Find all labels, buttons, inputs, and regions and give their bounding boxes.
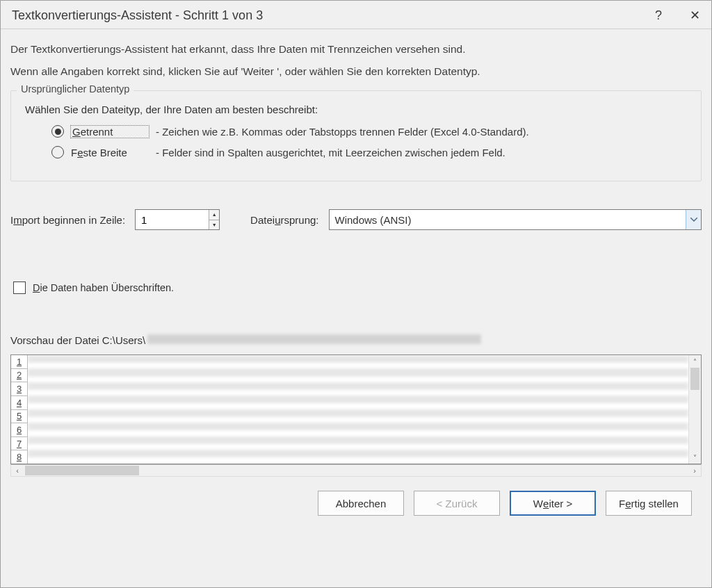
titlebar-controls: ? ✕ <box>655 8 700 23</box>
preview-row-number: 6 <box>11 423 27 437</box>
preview-row-number: 2 <box>11 369 27 383</box>
text-import-wizard-dialog: Textkonvertierungs-Assistent - Schritt 1… <box>0 0 712 588</box>
scroll-thumb[interactable] <box>25 466 139 475</box>
preview-content-redacted <box>28 355 688 464</box>
original-data-type-group: Ursprünglicher Datentyp Wählen Sie den D… <box>10 90 702 181</box>
spinner-down-icon[interactable]: ▼ <box>209 220 219 230</box>
scroll-down-icon[interactable]: ˅ <box>689 451 701 464</box>
preview-area: 1 2 3 4 5 6 7 8 ˄ ˅ <box>10 354 702 477</box>
file-origin-combo[interactable]: Windows (ANSI) <box>329 209 702 230</box>
radio-delimited-row[interactable]: Getrennt - Zeichen wie z.B. Kommas oder … <box>51 125 687 138</box>
dialog-body: Der Textkonvertierungs-Assistent hat erk… <box>1 29 711 587</box>
headers-checkbox-row[interactable]: Die Daten haben Überschriften. <box>10 281 702 294</box>
group-desc: Wählen Sie den Dateityp, der Ihre Daten … <box>25 104 687 115</box>
scroll-up-icon[interactable]: ˄ <box>689 355 701 368</box>
radio-delimited-desc: - Zeichen wie z.B. Kommas oder Tabstopps… <box>156 126 529 138</box>
preview-row-number: 8 <box>11 450 27 464</box>
preview-row-number: 1 <box>11 355 27 369</box>
close-icon[interactable]: ✕ <box>690 8 700 23</box>
start-row-label: Import beginnen in Zeile: <box>10 214 125 226</box>
file-origin-value: Windows (ANSI) <box>335 214 412 226</box>
radio-fixed-desc: - Felder sind in Spalten ausgerichtet, m… <box>156 147 505 158</box>
row-import-origin: Import beginnen in Zeile: ▲ ▼ Dateiurspr… <box>10 209 702 230</box>
intro-text-2: Wenn alle Angaben korrekt sind, klicken … <box>10 65 702 78</box>
preview-box: 1 2 3 4 5 6 7 8 ˄ ˅ <box>10 354 702 464</box>
preview-path-redacted <box>147 334 481 344</box>
start-row-spinner[interactable]: ▲ ▼ <box>135 209 220 230</box>
chevron-down-icon[interactable] <box>686 210 701 229</box>
dialog-title: Textkonvertierungs-Assistent - Schritt 1… <box>12 8 263 23</box>
intro-text-1: Der Textkonvertierungs-Assistent hat erk… <box>10 43 702 56</box>
headers-checkbox[interactable] <box>13 281 26 294</box>
spinner-buttons: ▲ ▼ <box>209 210 219 229</box>
preview-gutter: 1 2 3 4 5 6 7 8 <box>11 355 28 464</box>
finish-button[interactable]: Fertig stellen <box>606 491 692 516</box>
preview-row-number: 4 <box>11 396 27 410</box>
radio-fixed-label: Feste Breite <box>71 147 149 158</box>
titlebar: Textkonvertierungs-Assistent - Schritt 1… <box>1 1 711 29</box>
preview-label: Vorschau der Datei C:\Users\ <box>10 334 702 346</box>
start-row-input[interactable] <box>136 210 209 229</box>
scroll-thumb[interactable] <box>690 368 699 390</box>
radio-delimited-label: Getrennt <box>71 126 149 138</box>
scroll-left-icon[interactable]: ‹ <box>11 466 24 475</box>
preview-row-number: 5 <box>11 410 27 424</box>
cancel-button[interactable]: Abbrechen <box>318 491 404 516</box>
dialog-footer: Abbrechen < Zurück Weiter > Fertig stell… <box>10 477 702 530</box>
headers-checkbox-label: Die Daten haben Überschriften. <box>33 282 174 293</box>
help-icon[interactable]: ? <box>655 8 662 23</box>
preview-row-number: 3 <box>11 382 27 396</box>
file-origin-label: Dateiursprung: <box>250 214 318 226</box>
radio-fixed[interactable] <box>51 146 64 158</box>
preview-row-number: 7 <box>11 437 27 451</box>
spinner-up-icon[interactable]: ▲ <box>209 210 219 220</box>
next-button[interactable]: Weiter > <box>510 491 596 516</box>
radio-delimited[interactable] <box>51 125 64 138</box>
back-button[interactable]: < Zurück <box>414 491 500 516</box>
preview-horizontal-scrollbar[interactable]: ‹ › <box>10 464 702 477</box>
group-legend: Ursprünglicher Datentyp <box>17 83 134 95</box>
preview-vertical-scrollbar[interactable]: ˄ ˅ <box>688 355 701 464</box>
radio-fixed-row[interactable]: Feste Breite - Felder sind in Spalten au… <box>51 146 687 158</box>
scroll-right-icon[interactable]: › <box>688 466 701 475</box>
